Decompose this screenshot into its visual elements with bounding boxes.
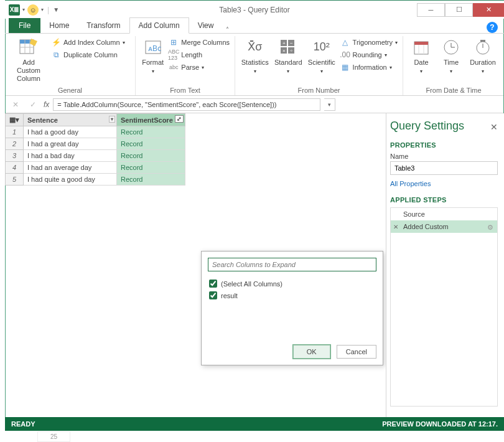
merge-columns-button[interactable]: ⊞Merge Columns bbox=[169, 37, 230, 47]
add-index-column-button[interactable]: ⚡Add Index Column ▾ bbox=[51, 37, 125, 47]
standard-icon: +−×÷ bbox=[278, 37, 298, 57]
cancel-button[interactable]: Cancel bbox=[337, 345, 376, 359]
window-title: Table3 - Query Editor bbox=[219, 6, 289, 14]
file-tab[interactable]: File bbox=[9, 18, 40, 33]
svg-text:÷: ÷ bbox=[290, 48, 293, 54]
column-sentimentscore[interactable]: SentimentScore⤢ bbox=[117, 114, 185, 126]
duration-icon bbox=[473, 37, 493, 57]
table-row: 3I had a bad dayRecord bbox=[6, 150, 185, 162]
search-columns-input[interactable] bbox=[208, 258, 376, 271]
calendar-icon bbox=[411, 37, 431, 57]
duplicate-icon: ⧉ bbox=[51, 50, 61, 60]
group-from-datetime-label: From Date & Time bbox=[408, 85, 499, 94]
table-row: 4I had an average dayRecord bbox=[6, 162, 185, 174]
smiley-icon[interactable]: ☺ bbox=[27, 4, 39, 16]
length-icon: ABC123 bbox=[169, 50, 179, 60]
table-icon bbox=[19, 37, 39, 57]
svg-text:ᴀBᴄ: ᴀBᴄ bbox=[148, 44, 162, 53]
parse-icon: abc bbox=[169, 62, 179, 72]
qat-dropdown-2[interactable]: ▾ bbox=[40, 7, 45, 12]
query-name-input[interactable] bbox=[390, 161, 498, 175]
scientific-icon: 10² bbox=[312, 37, 332, 57]
standard-button[interactable]: +−×÷ Standard▾ bbox=[274, 36, 304, 75]
length-button[interactable]: ABC123Length bbox=[169, 50, 230, 60]
information-button[interactable]: ▦Information ▾ bbox=[340, 62, 398, 72]
statistics-icon: X̄σ bbox=[245, 37, 265, 57]
time-button[interactable]: Time▾ bbox=[438, 36, 464, 75]
query-settings-title: Query Settings bbox=[390, 120, 498, 133]
rounding-button[interactable]: .00Rounding ▾ bbox=[340, 50, 398, 60]
table-row: 5I had quite a good dayRecord bbox=[6, 174, 185, 186]
grid-hint: 25 bbox=[37, 431, 70, 442]
applied-steps-list: Source ✕Added Custom⚙ bbox=[390, 207, 498, 407]
step-added-custom[interactable]: ✕Added Custom⚙ bbox=[391, 220, 497, 233]
svg-rect-17 bbox=[414, 42, 428, 45]
group-general-label: General bbox=[10, 85, 130, 94]
delete-step-icon[interactable]: ✕ bbox=[393, 223, 398, 230]
statistics-button[interactable]: X̄σ Statistics▾ bbox=[240, 36, 270, 75]
rounding-icon: .00 bbox=[340, 50, 350, 60]
svg-text:−: − bbox=[290, 40, 293, 46]
help-icon[interactable]: ? bbox=[487, 22, 498, 33]
panel-close-icon[interactable]: ✕ bbox=[490, 122, 498, 132]
table-corner[interactable]: ▦▾ bbox=[6, 114, 24, 126]
svg-text:+: + bbox=[282, 40, 286, 46]
trig-icon: △ bbox=[340, 37, 350, 47]
info-icon: ▦ bbox=[340, 62, 350, 72]
clock-icon bbox=[441, 37, 461, 57]
ribbon-collapse-icon[interactable]: ˄ bbox=[222, 26, 233, 33]
status-bar: READY PREVIEW DOWNLOADED AT 12:17. bbox=[5, 417, 504, 431]
query-settings-panel: ✕ Query Settings PROPERTIES Name All Pro… bbox=[386, 113, 504, 428]
expand-icon[interactable]: ⤢ bbox=[175, 115, 184, 123]
scientific-button[interactable]: 10² Scientific▾ bbox=[307, 36, 337, 75]
maximize-button[interactable]: ☐ bbox=[445, 3, 473, 17]
step-source[interactable]: Source bbox=[391, 208, 497, 220]
column-filter-icon[interactable]: ▾ bbox=[109, 116, 115, 123]
select-all-checkbox[interactable]: (Select All Columns) bbox=[208, 278, 376, 289]
date-button[interactable]: Date▾ bbox=[408, 36, 434, 75]
add-custom-column-button[interactable]: Add Custom Column bbox=[10, 36, 47, 83]
tab-transform[interactable]: Transform bbox=[78, 18, 129, 33]
applied-steps-heading: APPLIED STEPS bbox=[390, 196, 498, 204]
merge-icon: ⊞ bbox=[169, 37, 179, 47]
data-table[interactable]: ▦▾ Sentence▾ SentimentScore⤢ 1I had a go… bbox=[5, 113, 185, 186]
table-row: 2I had a great dayRecord bbox=[6, 138, 185, 150]
properties-heading: PROPERTIES bbox=[390, 141, 498, 149]
gear-icon[interactable]: ⚙ bbox=[487, 223, 493, 232]
parse-button[interactable]: abcParse ▾ bbox=[169, 62, 230, 72]
close-button[interactable]: ✕ bbox=[473, 3, 504, 17]
index-icon: ⚡ bbox=[51, 37, 61, 47]
column-option-checkbox[interactable]: result bbox=[208, 289, 376, 301]
status-preview-time: PREVIEW DOWNLOADED AT 12:17. bbox=[382, 420, 498, 428]
minimize-button[interactable]: ─ bbox=[417, 3, 445, 17]
svg-text:×: × bbox=[282, 48, 286, 54]
format-button[interactable]: ᴀBᴄ Format▾ bbox=[141, 36, 165, 75]
group-from-number-label: From Number bbox=[240, 85, 398, 94]
tab-view[interactable]: View bbox=[189, 18, 223, 33]
svg-rect-24 bbox=[480, 40, 485, 42]
status-ready: READY bbox=[11, 420, 35, 428]
qat-dropdown-1[interactable]: ▾ bbox=[21, 7, 26, 12]
group-from-text-label: From Text bbox=[141, 85, 230, 94]
tab-add-column[interactable]: Add Column bbox=[129, 17, 189, 34]
column-sentence[interactable]: Sentence▾ bbox=[24, 114, 117, 126]
duration-button[interactable]: Duration▾ bbox=[468, 36, 498, 75]
name-label: Name bbox=[390, 153, 498, 160]
trigonometry-button[interactable]: △Trigonometry ▾ bbox=[340, 37, 398, 47]
qat-overflow[interactable]: ▼ bbox=[52, 6, 60, 13]
tab-home[interactable]: Home bbox=[40, 18, 78, 33]
table-row: 1I had a good dayRecord bbox=[6, 126, 185, 138]
all-properties-link[interactable]: All Properties bbox=[390, 180, 498, 187]
ok-button[interactable]: OK bbox=[293, 345, 330, 359]
excel-icon: X≣ bbox=[9, 4, 20, 16]
format-icon: ᴀBᴄ bbox=[143, 37, 163, 57]
duplicate-column-button[interactable]: ⧉Duplicate Column bbox=[51, 50, 125, 60]
expand-columns-popup: (Select All Columns) result OK Cancel bbox=[201, 251, 383, 365]
